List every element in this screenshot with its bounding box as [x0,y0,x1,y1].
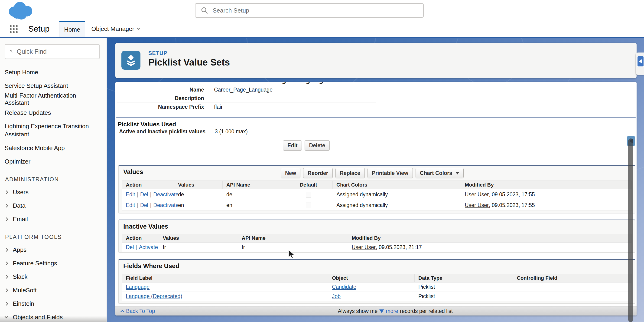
sidebar-item-einstein[interactable]: Einstein [0,297,106,310]
del-link[interactable]: Del [126,244,134,250]
detail-row-description: Description [117,94,442,102]
sidebar-item-email[interactable]: Email [0,212,106,226]
sidebar-item-apps[interactable]: Apps [0,243,106,256]
value-cell: de [174,189,223,200]
sidebar-item-slack[interactable]: Slack [0,270,106,283]
inactive-values-section: Inactive Values Action Values API Name M… [118,220,635,252]
replace-button[interactable]: Replace [336,168,365,178]
del-link[interactable]: Del [140,191,148,198]
values-buttons: New Reorder Replace Printable View Chart… [281,168,464,178]
default-checkbox[interactable] [306,192,311,197]
user-link[interactable]: User User [465,202,489,208]
sidebar-item-mfa-assistant[interactable]: Multi-Factor Authentication Assistant [0,93,106,106]
workspace: Setup Home Service Setup Assistant Multi… [0,38,644,322]
sidebar-item-feature-settings[interactable]: Feature Settings [0,256,106,270]
values-title: Values [123,168,143,176]
values-row-en: Edit|Del|Deactivate en en Assigned dynam… [122,200,632,211]
object-link[interactable]: Candidate [332,284,356,290]
chevron-up-icon [120,310,124,314]
sidebar-item-users[interactable]: Users [0,185,106,199]
new-button[interactable]: New [281,168,300,178]
chart-colors-dropdown-button[interactable]: Chart Colors [416,168,464,178]
detail-row-name: Name Career_Page_Language [117,86,442,94]
values-row-de: Edit|Del|Deactivate de de Assigned dynam… [122,189,632,200]
sidebar-item-mulesoft[interactable]: MuleSoft [0,283,106,297]
salesforce-setup-screen: ? [0,0,644,322]
setup-nav-bar: Setup Home Object Manager [0,21,644,38]
controlling-field-cell [513,292,632,301]
modified-by-cell: User User, 09.05.2023, 17:55 [461,200,632,210]
sidebar-item-optimizer[interactable]: Optimizer [0,155,106,168]
printable-view-button[interactable]: Printable View [368,168,413,178]
picklist-values-used-title: Picklist Values Used [118,121,176,128]
divider [117,94,376,94]
default-checkbox[interactable] [306,203,311,208]
chevron-right-icon [5,302,8,305]
chevron-right-icon [5,248,8,252]
dropdown-caret-icon [456,172,459,174]
chart-colors-cell: Assigned dynamically [333,200,461,210]
object-link[interactable]: Job [332,293,340,299]
global-search [195,3,424,18]
sidebar-item-salesforce-mobile-app[interactable]: Salesforce Mobile App [0,141,106,155]
data-type-cell: Picklist [415,282,513,291]
sidebar-item-release-updates[interactable]: Release Updates [0,106,106,119]
more-link[interactable]: more [386,308,398,314]
more-triangle-icon [379,309,384,313]
sidebar-section-administration: ADMINISTRATION [0,173,106,185]
activate-link[interactable]: Activate [139,244,158,250]
value-cell: en [174,200,223,210]
user-link[interactable]: User User [352,244,376,250]
setup-sidebar: Setup Home Service Setup Assistant Multi… [0,38,107,322]
field-label-link[interactable]: Language (Deprecated) [126,293,182,299]
sidebar-menu: Setup Home Service Setup Assistant Multi… [0,66,106,322]
tab-object-manager[interactable]: Object Manager [85,21,146,37]
app-launcher-icon[interactable] [10,25,18,33]
sidebar-section-platform-tools: PLATFORM TOOLS [0,231,106,243]
search-input[interactable] [212,7,423,15]
usage-row: Active and inactive picklist values 3 (1… [117,127,442,136]
sidebar-item-service-setup-assistant[interactable]: Service Setup Assistant [0,79,106,93]
chevron-right-icon [5,261,8,265]
content-footer: Back To Top Always show me more records … [116,306,636,315]
chevron-down-icon [137,27,140,30]
chevron-down-icon [5,314,8,318]
fields-table: Field Label Object Data Type Controlling… [122,274,632,301]
collapse-panel-button[interactable] [637,56,644,67]
record-buttons: Edit Delete [283,140,330,151]
search-icon [10,48,12,55]
fields-where-used-section: Fields Where Used Field Label Object Dat… [118,259,635,304]
sidebar-item-setup-home[interactable]: Setup Home [0,66,106,79]
value-cell: fr [159,242,238,252]
modified-by-cell: User User, 09.05.2023, 21:17 [348,242,632,252]
sidebar-item-data[interactable]: Data [0,199,106,212]
fields-where-used-title: Fields Where Used [123,262,180,270]
arrow-left-icon [639,59,642,64]
detail-row-namespace-prefix: Namespace Prefix flair [117,103,442,111]
tab-home[interactable]: Home [59,21,85,37]
records-per-list-control: Always show me more records per related … [338,306,453,315]
page-header-card: SETUP Picklist Value Sets [116,43,636,78]
fields-row-language-deprecated: Language (Deprecated) Job Picklist [122,292,632,301]
values-table-header: Action Values API Name Default Chart Col… [122,181,632,189]
salesforce-logo-icon[interactable] [6,1,35,21]
sidebar-item-lex-transition-assistant[interactable]: Lightning Experience Transition Assistan… [0,119,106,141]
edit-button[interactable]: Edit [283,140,302,151]
section-divider [116,117,636,118]
del-link[interactable]: Del [140,202,148,208]
edit-link[interactable]: Edit [126,202,135,208]
delete-button[interactable]: Delete [304,140,330,151]
inactive-table-header: Action Values API Name Modified By [122,234,632,242]
quick-find [5,44,100,59]
data-type-cell: Picklist [415,292,513,301]
reorder-button[interactable]: Reorder [303,168,332,178]
api-name-cell: de [223,189,284,200]
edit-link[interactable]: Edit [126,191,135,198]
sidebar-item-objects-and-fields[interactable]: Objects and Fields [0,310,106,322]
user-link[interactable]: User User [465,191,489,198]
quick-find-input[interactable] [16,48,99,56]
vertical-scrollbar[interactable] [628,138,633,322]
api-name-cell: en [223,200,284,210]
back-to-top-link[interactable]: Back To Top [121,306,155,315]
field-label-link[interactable]: Language [126,284,150,290]
